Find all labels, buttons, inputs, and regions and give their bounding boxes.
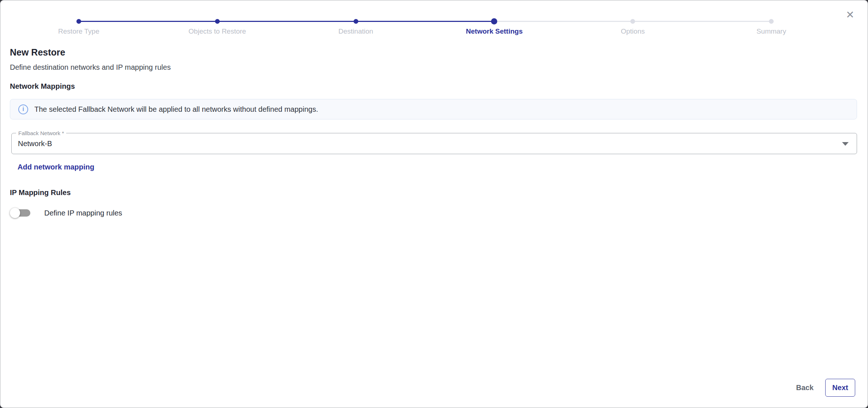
dialog-footer: Back Next (791, 379, 855, 397)
step-label: Summary (756, 27, 786, 35)
toggle-thumb (10, 208, 20, 218)
next-button[interactable]: Next (825, 379, 855, 397)
ip-mapping-rules-heading: IP Mapping Rules (10, 188, 857, 197)
define-ip-mapping-toggle[interactable] (10, 207, 34, 218)
info-icon: i (18, 104, 28, 114)
network-mappings-heading: Network Mappings (10, 82, 857, 91)
close-icon[interactable]: ✕ (844, 8, 857, 22)
page-title: New Restore (10, 47, 857, 58)
step-label: Network Settings (466, 27, 522, 35)
step-label: Objects to Restore (189, 27, 246, 35)
info-banner: i The selected Fallback Network will be … (10, 99, 857, 119)
dropdown-arrow-icon (842, 142, 849, 146)
page-subtitle: Define destination networks and IP mappi… (10, 63, 857, 72)
step-label: Options (621, 27, 645, 35)
step-label: Restore Type (58, 27, 99, 35)
step-label: Destination (339, 27, 373, 35)
step-summary[interactable]: Summary (702, 18, 841, 35)
fallback-network-label: Fallback Network * (16, 130, 66, 136)
step-dot-completed (354, 19, 358, 24)
add-network-mapping-link[interactable]: Add network mapping (18, 163, 94, 171)
fallback-network-select[interactable]: Fallback Network * Network-B (11, 133, 857, 154)
back-button[interactable]: Back (791, 380, 819, 396)
wizard-stepper: Restore Type Objects to Restore Destinat… (10, 18, 841, 35)
ip-mapping-toggle-row: Define IP mapping rules (10, 207, 857, 218)
step-dot-completed (215, 19, 220, 24)
step-restore-type[interactable]: Restore Type (10, 18, 148, 35)
fallback-network-value: Network-B (18, 140, 52, 148)
info-banner-text: The selected Fallback Network will be ap… (34, 105, 318, 114)
step-destination[interactable]: Destination (287, 18, 425, 35)
toggle-label: Define IP mapping rules (44, 209, 122, 217)
dialog-content: New Restore Define destination networks … (10, 47, 857, 218)
new-restore-dialog: ✕ Restore Type Objects to Restore Destin… (0, 0, 868, 408)
step-network-settings[interactable]: Network Settings (425, 18, 563, 35)
step-dot-active (491, 18, 497, 24)
step-dot-upcoming (769, 19, 774, 24)
step-dot-upcoming (630, 19, 635, 24)
step-dot-completed (76, 19, 81, 24)
step-objects-to-restore[interactable]: Objects to Restore (148, 18, 287, 35)
step-options[interactable]: Options (563, 18, 702, 35)
